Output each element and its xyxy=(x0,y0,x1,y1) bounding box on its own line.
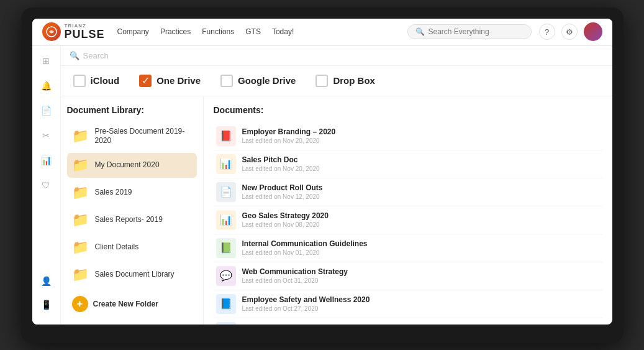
sidebar-icon-shield[interactable]: 🛡 xyxy=(37,177,55,194)
icloud-checkbox[interactable] xyxy=(73,75,86,87)
main-content: ⊞ 🔔 📄 ✂ 📊 🛡 👤 📱 🔍 Search xyxy=(32,46,612,325)
doc-title: Sales Pitch Doc xyxy=(242,155,600,164)
folder-name: Sales Reports- 2019 xyxy=(95,215,163,225)
document-item[interactable]: 📄 New Product Roll Outs Last edited on N… xyxy=(214,178,602,206)
tab-onedrive[interactable]: ✓ One Drive xyxy=(135,72,204,90)
folder-icon: 📁 xyxy=(72,212,89,228)
global-search-input[interactable] xyxy=(429,27,524,36)
doc-info: Employee Safety and Wellness 2020 Last e… xyxy=(242,295,600,312)
doc-panel: 🔍 Search iCloud ✓ One Drive xyxy=(61,46,612,325)
top-nav: TRIANZ PULSE Company Practices Functions… xyxy=(32,19,612,46)
doc-icon: 📄 xyxy=(216,182,236,202)
file-type-icon: 💬 xyxy=(220,270,232,282)
logo-icon xyxy=(42,22,61,41)
icloud-label: iCloud xyxy=(91,75,120,86)
doc-info: Web Communication Strategy Last edited o… xyxy=(242,267,600,284)
doc-icon: 📘 xyxy=(216,294,236,314)
document-item[interactable]: 📗 Internal Communication Guidelines Last… xyxy=(214,234,602,262)
create-folder-label: Create New Folder xyxy=(93,300,158,308)
sidebar-icon-bell[interactable]: 🔔 xyxy=(37,77,55,94)
folder-icon: 📁 xyxy=(72,239,89,256)
file-type-icon: 📊 xyxy=(220,214,232,226)
sidebar-icon-chart[interactable]: 📊 xyxy=(37,152,55,169)
screen: TRIANZ PULSE Company Practices Functions… xyxy=(32,19,612,325)
folder-item[interactable]: 📁 Client Details xyxy=(67,235,197,260)
search-icon: 🔍 xyxy=(70,51,79,60)
onedrive-checkbox[interactable]: ✓ xyxy=(139,75,152,87)
tab-googledrive[interactable]: Google Drive xyxy=(217,72,299,90)
folder-icon: 📁 xyxy=(72,267,89,283)
sidebar-icon-phone[interactable]: 📱 xyxy=(37,296,55,313)
folder-item[interactable]: 📁 Sales 2019 xyxy=(67,180,197,205)
left-sidebar: ⊞ 🔔 📄 ✂ 📊 🛡 👤 📱 xyxy=(32,46,61,325)
document-item[interactable]: 📕 Employer Branding – 2020 Last edited o… xyxy=(214,122,602,150)
nav-gts[interactable]: GTS xyxy=(245,27,261,36)
nav-today[interactable]: Today! xyxy=(272,27,294,36)
drive-tabs: iCloud ✓ One Drive Google Drive Drop Box xyxy=(61,66,612,96)
doc-title: Internal Communication Guidelines xyxy=(242,239,600,248)
folder-panel: Document Library: 📁 Pre-Sales Document 2… xyxy=(61,96,204,325)
documents-panel: Documents: 📕 Employer Branding – 2020 La… xyxy=(204,96,612,325)
file-type-icon: 📘 xyxy=(220,298,232,310)
global-search[interactable]: 🔍 xyxy=(407,24,532,39)
nav-practices[interactable]: Practices xyxy=(160,27,191,36)
help-icon[interactable]: ? xyxy=(539,24,555,40)
folder-name: Pre-Sales Document 2019-2020 xyxy=(95,127,192,146)
folder-icon: 📁 xyxy=(72,157,89,173)
folder-item[interactable]: 📁 Sales Reports- 2019 xyxy=(67,208,197,233)
doc-icon: 📗 xyxy=(216,238,236,258)
folder-item[interactable]: 📁 My Document 2020 xyxy=(67,153,197,178)
doc-icon: 📊 xyxy=(216,154,236,174)
folder-name: My Document 2020 xyxy=(95,160,160,170)
doc-icon: 📘 xyxy=(216,322,236,325)
doc-meta: Last edited on Nov 08, 2020 xyxy=(242,221,600,228)
sidebar-icon-file[interactable]: 📄 xyxy=(37,102,55,119)
folder-item[interactable]: 📁 Pre-Sales Document 2019-2020 xyxy=(67,122,197,150)
search-bar[interactable]: 🔍 Search xyxy=(70,51,109,60)
documents-panel-title: Documents: xyxy=(214,105,602,115)
sidebar-icon-person[interactable]: 👤 xyxy=(37,272,55,290)
create-folder-button[interactable]: + Create New Folder xyxy=(67,291,197,317)
folder-item[interactable]: 📁 Sales Document Library xyxy=(67,262,197,287)
onedrive-label: One Drive xyxy=(156,75,201,86)
doc-info: All Hands Meeting updates Q3 Last edited… xyxy=(242,323,600,325)
nav-functions[interactable]: Functions xyxy=(202,27,234,36)
logo-text: TRIANZ PULSE xyxy=(65,24,105,40)
tab-dropbox[interactable]: Drop Box xyxy=(312,72,379,90)
googledrive-checkbox[interactable] xyxy=(220,75,233,87)
sidebar-icon-grid[interactable]: ⊞ xyxy=(37,52,55,70)
doc-title: Employer Branding – 2020 xyxy=(242,127,600,136)
settings-icon[interactable]: ⚙ xyxy=(561,24,578,40)
doc-meta: Last edited on Oct 27, 2020 xyxy=(242,305,600,312)
doc-icon: 💬 xyxy=(216,266,236,286)
document-list: 📕 Employer Branding – 2020 Last edited o… xyxy=(214,122,602,325)
doc-icon: 📊 xyxy=(216,210,236,230)
file-type-icon: 📗 xyxy=(220,242,232,254)
folder-name: Sales Document Library xyxy=(95,270,175,280)
googledrive-label: Google Drive xyxy=(238,75,296,86)
nav-links: Company Practices Functions GTS Today! xyxy=(117,27,407,36)
document-item[interactable]: 💬 Web Communication Strategy Last edited… xyxy=(214,262,602,290)
doc-meta: Last edited on Nov 01, 2020 xyxy=(242,249,600,256)
doc-info: Geo Sales Strategy 2020 Last edited on N… xyxy=(242,211,600,228)
sidebar-icon-scissors[interactable]: ✂ xyxy=(37,127,55,144)
doc-info: New Product Roll Outs Last edited on Nov… xyxy=(242,183,600,200)
search-bar-area: 🔍 Search xyxy=(61,46,612,66)
nav-company[interactable]: Company xyxy=(117,27,149,36)
document-item[interactable]: 📘 Employee Safety and Wellness 2020 Last… xyxy=(214,290,602,318)
doc-meta: Last edited on Nov 20, 2020 xyxy=(242,165,600,172)
document-item[interactable]: 📊 Geo Sales Strategy 2020 Last edited on… xyxy=(214,206,602,234)
two-panel: Document Library: 📁 Pre-Sales Document 2… xyxy=(61,96,612,325)
document-item[interactable]: 📊 Sales Pitch Doc Last edited on Nov 20,… xyxy=(214,150,602,178)
doc-title: Employee Safety and Wellness 2020 xyxy=(242,295,600,304)
tab-icloud[interactable]: iCloud xyxy=(70,72,124,90)
search-placeholder: Search xyxy=(83,51,109,60)
search-icon: 🔍 xyxy=(415,27,425,36)
document-item[interactable]: 📘 All Hands Meeting updates Q3 Last edit… xyxy=(214,318,602,325)
doc-title: All Hands Meeting updates Q3 xyxy=(242,323,600,325)
user-avatar[interactable] xyxy=(584,22,602,41)
doc-info: Internal Communication Guidelines Last e… xyxy=(242,239,600,256)
doc-meta: Last edited on Nov 20, 2020 xyxy=(242,137,600,144)
dropbox-checkbox[interactable] xyxy=(315,75,328,87)
doc-icon: 📕 xyxy=(216,126,236,146)
